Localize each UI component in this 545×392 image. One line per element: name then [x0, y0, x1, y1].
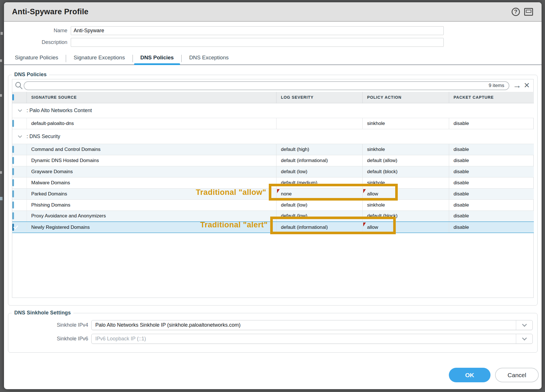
- row-checkbox-cell[interactable]: [12, 177, 27, 188]
- cancel-button[interactable]: Cancel: [495, 368, 539, 382]
- select-all-checkbox[interactable]: [12, 94, 14, 100]
- help-icon[interactable]: ?: [512, 8, 520, 16]
- packet-capture-cell[interactable]: disable: [449, 199, 534, 211]
- log-severity-cell[interactable]: default (low): [276, 199, 362, 211]
- background-app-fragment: [0, 59, 2, 62]
- signature-source-cell: Command and Control Domains: [27, 144, 276, 155]
- group-row[interactable]: : Palo Alto Networks Content: [12, 103, 534, 118]
- table-row[interactable]: Parked Domainsnoneallowdisable: [12, 188, 534, 199]
- sinkhole-ipv4-select[interactable]: Palo Alto Networks Sinkhole IP (sinkhole…: [91, 320, 533, 330]
- signature-source-cell: Dynamic DNS Hosted Domains: [27, 155, 276, 166]
- log-severity-cell[interactable]: default (medium): [276, 177, 362, 188]
- policy-action-cell[interactable]: sinkhole: [362, 177, 449, 188]
- tab-signature-exceptions[interactable]: Signature Exceptions: [74, 54, 125, 64]
- chevron-down-icon: [522, 336, 527, 340]
- log-severity-cell[interactable]: default (low): [276, 211, 362, 222]
- sinkhole-ipv4-dropdown-button[interactable]: [516, 320, 532, 330]
- signature-source-cell: Newly Registered Domains: [27, 222, 276, 233]
- table-header-row: SIGNATURE SOURCE LOG SEVERITY POLICY ACT…: [12, 92, 534, 103]
- row-checkbox-cell[interactable]: [12, 155, 27, 166]
- signature-source-cell: Phishing Domains: [27, 199, 276, 211]
- row-checkbox[interactable]: [12, 168, 14, 175]
- tab-dns-policies[interactable]: DNS Policies: [140, 54, 174, 64]
- dialog-title: Anti-Spyware Profile: [12, 7, 88, 16]
- row-checkbox[interactable]: [12, 157, 14, 164]
- row-checkbox[interactable]: [12, 179, 14, 186]
- sinkhole-ipv6-select[interactable]: IPv6 Loopback IP (::1): [91, 334, 533, 344]
- dns-sinkhole-settings-legend: DNS Sinkhole Settings: [12, 310, 73, 316]
- row-checkbox-cell[interactable]: [12, 199, 27, 211]
- window-panel-icon[interactable]: [524, 8, 533, 16]
- table-row[interactable]: Phishing Domainsdefault (low)sinkholedis…: [12, 199, 534, 211]
- row-checkbox-cell[interactable]: [12, 222, 27, 233]
- tab-dns-exceptions[interactable]: DNS Exceptions: [189, 54, 229, 64]
- log-severity-cell[interactable]: none: [276, 188, 362, 199]
- row-checkbox-cell[interactable]: [12, 166, 27, 177]
- log-severity-cell[interactable]: default (low): [276, 166, 362, 177]
- row-checkbox-checked[interactable]: [12, 224, 14, 231]
- packet-capture-cell[interactable]: disable: [449, 118, 534, 129]
- tab-bar: Signature Policies Signature Exceptions …: [4, 53, 542, 65]
- row-checkbox[interactable]: [12, 120, 14, 127]
- row-checkbox-cell[interactable]: [12, 144, 27, 155]
- packet-capture-cell[interactable]: disable: [449, 211, 534, 222]
- apply-filter-arrow-icon[interactable]: →: [513, 81, 521, 90]
- row-checkbox-cell[interactable]: [12, 188, 27, 199]
- row-checkbox[interactable]: [12, 201, 14, 209]
- row-checkbox[interactable]: [12, 146, 14, 153]
- sinkhole-ipv6-value: IPv6 Loopback IP (::1): [95, 336, 516, 342]
- policy-action-cell[interactable]: default (allow): [362, 155, 449, 166]
- background-app-fragment: [0, 197, 3, 200]
- sinkhole-ipv6-dropdown-button[interactable]: [516, 334, 532, 343]
- policy-action-cell[interactable]: sinkhole: [362, 118, 449, 129]
- table-row[interactable]: Grayware Domainsdefault (low)default (bl…: [12, 166, 534, 177]
- policy-action-cell[interactable]: sinkhole: [362, 144, 449, 155]
- name-field[interactable]: [71, 26, 444, 35]
- packet-capture-cell[interactable]: disable: [449, 144, 534, 155]
- column-header-log-severity[interactable]: LOG SEVERITY: [276, 92, 362, 103]
- table-searchbar: 9 items → ✕: [12, 79, 533, 92]
- tab-signature-policies[interactable]: Signature Policies: [15, 54, 58, 64]
- chevron-down-icon[interactable]: [18, 134, 22, 138]
- column-header-packet-capture[interactable]: PACKET CAPTURE: [449, 92, 534, 103]
- search-input[interactable]: [29, 83, 489, 88]
- table-row[interactable]: Newly Registered Domainsdefault (informa…: [12, 222, 534, 233]
- dns-sinkhole-settings-section: DNS Sinkhole Settings Sinkhole IPv4 Palo…: [8, 313, 538, 353]
- log-severity-cell[interactable]: default (informational): [276, 155, 362, 166]
- row-checkbox-cell[interactable]: [12, 118, 27, 129]
- dns-policies-legend: DNS Policies: [12, 72, 49, 78]
- packet-capture-cell[interactable]: disable: [449, 222, 534, 233]
- row-checkbox[interactable]: [12, 190, 14, 197]
- policy-action-cell[interactable]: allow: [362, 188, 449, 199]
- items-count-badge: 9 items: [489, 83, 504, 88]
- log-severity-cell[interactable]: [276, 118, 362, 129]
- policy-action-cell[interactable]: allow: [362, 222, 449, 233]
- sinkhole-ipv4-label: Sinkhole IPv4: [8, 322, 88, 328]
- dns-policies-section: DNS Policies 9 items → ✕: [8, 75, 538, 306]
- row-checkbox[interactable]: [12, 212, 14, 219]
- group-row[interactable]: : DNS Security: [12, 129, 534, 144]
- dns-policies-table: SIGNATURE SOURCE LOG SEVERITY POLICY ACT…: [12, 92, 533, 298]
- table-row[interactable]: Command and Control Domainsdefault (high…: [12, 144, 534, 155]
- table-row[interactable]: default-paloalto-dnssinkholedisable: [12, 118, 534, 129]
- packet-capture-cell[interactable]: disable: [449, 177, 534, 188]
- column-header-policy-action[interactable]: POLICY ACTION: [362, 92, 449, 103]
- description-field[interactable]: [71, 38, 444, 47]
- log-severity-cell[interactable]: default (high): [276, 144, 362, 155]
- table-row[interactable]: Dynamic DNS Hosted Domainsdefault (infor…: [12, 155, 534, 166]
- policy-action-cell[interactable]: default (block): [362, 166, 449, 177]
- log-severity-cell[interactable]: default (informational): [276, 222, 362, 233]
- ok-button[interactable]: OK: [449, 368, 490, 382]
- chevron-down-icon[interactable]: [18, 108, 22, 112]
- column-header-signature-source[interactable]: SIGNATURE SOURCE: [27, 92, 276, 103]
- packet-capture-cell[interactable]: disable: [449, 188, 534, 199]
- table-row[interactable]: Malware Domainsdefault (medium)sinkholed…: [12, 177, 534, 188]
- policy-action-cell[interactable]: sinkhole: [362, 199, 449, 211]
- group-label: : Palo Alto Networks Content: [27, 108, 92, 113]
- row-checkbox-cell[interactable]: [12, 211, 27, 222]
- clear-filter-icon[interactable]: ✕: [524, 82, 530, 89]
- packet-capture-cell[interactable]: disable: [449, 166, 534, 177]
- policy-action-cell[interactable]: default (block): [362, 211, 449, 222]
- packet-capture-cell[interactable]: disable: [449, 155, 534, 166]
- table-row[interactable]: Proxy Avoidance and Anonymizersdefault (…: [12, 211, 534, 222]
